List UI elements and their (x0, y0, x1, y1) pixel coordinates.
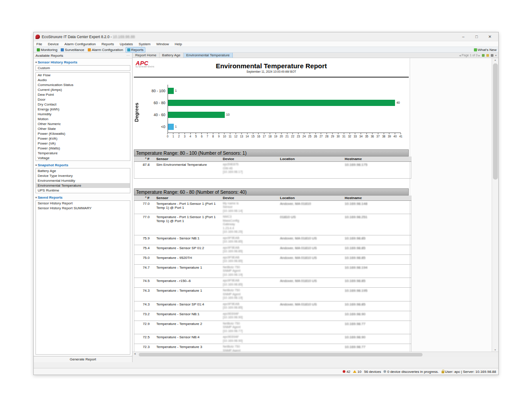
cell-sensor: Temperature - r150--6 (155, 278, 222, 288)
section-saved-reports[interactable]: Saved Reports (35, 195, 131, 200)
scroll-up-icon[interactable]: ▲ (492, 59, 498, 61)
menu-system[interactable]: System (139, 42, 151, 46)
prev-page-icon[interactable]: ◀ (459, 54, 461, 57)
cell-sensor: Sim Environmental Temperature (155, 162, 222, 179)
report-item-battery-age[interactable]: Battery Age (36, 168, 130, 173)
report-item-power-va[interactable]: Power (VA) (36, 141, 130, 146)
report-item-motion[interactable]: Motion (36, 117, 130, 121)
table-row: 75.4Temperature - Sensor SP 01:2apc9F9EA… (134, 245, 411, 254)
report-item-power-watts[interactable]: Power (Watts) (36, 146, 130, 151)
report-item-humidity[interactable]: Humidity (36, 112, 130, 117)
cell-temperature: 74.7 (134, 264, 155, 278)
listbox-saved-reports: Sensor History ReportSensor History Repo… (35, 200, 130, 355)
report-item-audio[interactable]: Audio (36, 78, 130, 82)
perspective-reports[interactable]: Reports (125, 47, 145, 53)
x-tick-5: 5 (195, 133, 197, 138)
x-tick-35: 35 (365, 133, 368, 138)
report-item-environmental-temperature[interactable]: Environmental Temperature (36, 183, 130, 188)
scroll-left-icon[interactable]: ◄ (133, 352, 136, 355)
cell-location (279, 344, 344, 352)
report-item-ups-runtime[interactable]: UPS Runtime (36, 188, 130, 193)
print-icon[interactable] (491, 54, 493, 57)
generate-report-button[interactable]: Generate Report (34, 356, 132, 362)
table-row: 72.9Temperature - Temperature 2NetBotz 7… (134, 321, 411, 334)
vertical-scroll-thumb[interactable] (493, 63, 498, 180)
menu-updates[interactable]: Updates (120, 42, 133, 46)
report-item-sensor-history-report[interactable]: Sensor History Report (36, 201, 130, 206)
x-tick-1: 1 (172, 133, 174, 138)
cell-location (279, 162, 344, 179)
maximize-button[interactable]: □ (470, 35, 483, 39)
chart-row-0: <01 (168, 121, 401, 133)
monitoring-icon (37, 48, 40, 51)
x-tick-26: 26 (314, 133, 317, 138)
report-item-temperature[interactable]: Temperature (36, 151, 130, 156)
report-item-custom[interactable]: Custom (36, 66, 130, 70)
x-tick-11: 11 (229, 133, 232, 138)
perspective-alarm-configuration[interactable]: Alarm Configuration (86, 47, 125, 52)
section-sensor-history-reports[interactable]: Sensor History Reports (35, 59, 131, 65)
main-area: Available Reports ▫▫ Sensor History Repo… (34, 53, 498, 362)
report-item-door[interactable]: Door (36, 97, 130, 102)
report-item-other-numeric[interactable]: Other Numeric (36, 121, 130, 126)
report-item-environmental-humidity[interactable]: Environmental Humidity (36, 178, 130, 183)
report-item-air-flow[interactable]: Air Flow (36, 73, 130, 78)
x-tick-25: 25 (308, 133, 311, 138)
report-item-current-amps[interactable]: Current (Amps) (36, 87, 130, 92)
warning-alarms-status[interactable]: 10 (353, 370, 361, 374)
report-item-power-kva[interactable]: Power (kVA) (36, 136, 130, 141)
report-item-voltage[interactable]: Voltage (36, 156, 130, 160)
chart-bar-40-60 (168, 112, 225, 118)
menu-device[interactable]: Device (48, 42, 59, 46)
report-options-dropdown-icon[interactable]: ▾ (495, 54, 497, 57)
report-item-dew-point[interactable]: Dew Point (36, 92, 130, 97)
x-tick-39: 39 (388, 133, 391, 138)
x-tick-13: 13 (240, 133, 243, 138)
report-item-device-type-inventory[interactable]: Device Type Inventory (36, 173, 130, 178)
report-item-sensor-history-report-summary[interactable]: Sensor History Report SUMMARY (36, 206, 130, 211)
menu-alarm-configuration[interactable]: Alarm Configuration (64, 42, 96, 46)
report-item-communication-status[interactable]: Communication Status (36, 82, 130, 87)
perspective-surveillance[interactable]: Surveillance (59, 47, 86, 52)
scroll-down-icon[interactable]: ▼ (492, 348, 498, 351)
menu-file[interactable]: File (36, 42, 42, 46)
cell-temperature: 72.3 (134, 344, 155, 352)
menu-reports[interactable]: Reports (102, 42, 114, 46)
cell-device: apc9F9EAB[10.169.98.85] (222, 254, 279, 264)
tab-environmental-temperature[interactable]: Environmental Temperature (184, 53, 233, 58)
horizontal-scrollbar[interactable]: ◄ (133, 352, 498, 357)
table-row: 75.9Temperature - Sensor NB:1apc9F9EAB[1… (134, 235, 411, 245)
whats-new-link[interactable]: What's New (474, 48, 497, 52)
x-tick-14: 14 (246, 133, 249, 138)
menu-window[interactable]: Window (156, 42, 169, 46)
close-button[interactable]: ✕ (483, 35, 497, 39)
report-item-dry-contact[interactable]: Dry Contact (36, 102, 130, 107)
x-tick-20: 20 (280, 133, 283, 138)
cell-hostname: 10.169.98.90 (344, 311, 411, 321)
critical-alarms-status[interactable]: 42 (343, 370, 350, 374)
section-snapshot-reports[interactable]: Snapshot Reports (35, 162, 131, 168)
perspective-monitoring[interactable]: Monitoring (35, 47, 59, 52)
save-report-icon[interactable] (486, 54, 489, 57)
x-tick-0: 0 (167, 133, 168, 138)
menu-help[interactable]: Help (175, 42, 182, 46)
vertical-scrollbar[interactable]: ▲ ▼ (492, 58, 498, 352)
tab-report-home[interactable]: Report Home (133, 53, 160, 58)
range-table-1: Temperature Range: 60 - 80 (Number of Se… (134, 188, 409, 352)
cell-device: NetBotz 750SNMP Agent[10.169.98.19] (222, 264, 279, 278)
window-filler (34, 362, 498, 368)
report-item-other-state[interactable]: Other State (36, 126, 130, 131)
panel-control-icons[interactable]: ▫▫ (127, 54, 130, 57)
next-page-icon[interactable]: ▶ (478, 54, 480, 57)
tab-battery-age[interactable]: Battery Age (160, 53, 184, 58)
horizontal-scroll-thumb[interactable] (139, 353, 422, 356)
report-item-power-kilowatts[interactable]: Power (Kilowatts) (36, 131, 130, 136)
perspective-label: Reports (131, 48, 144, 52)
report-item-energy-kwh[interactable]: Energy (kWh) (36, 107, 130, 112)
export-icon[interactable] (482, 54, 485, 57)
page-navigation[interactable]: ◀ Page 1 of 3 ▶ (459, 54, 480, 57)
session-status: User: apc | Server: 10.169.98.88 (442, 370, 496, 374)
temperature-bar-chart: Degrees 80 - 100160 - 804040 - 6010<01 0… (134, 85, 407, 140)
cell-device: apc9F9EAB[10.169.98.85] (222, 235, 279, 245)
minimize-button[interactable]: – (457, 35, 470, 39)
